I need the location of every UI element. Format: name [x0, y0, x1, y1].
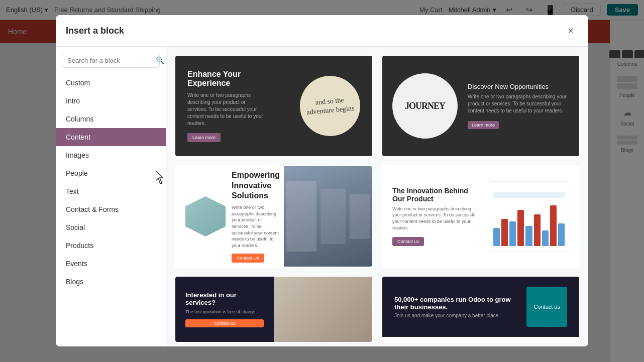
search-input[interactable] — [67, 57, 152, 64]
block-text-empowering: Empowering Innovative Solutions Write on… — [232, 170, 280, 263]
blocks-grid: Enhance Your Experience Write one or two… — [174, 55, 580, 346]
odoo-contact-btn[interactable]: Contact us — [526, 287, 567, 327]
sidebar-item-columns[interactable]: Columns — [56, 110, 166, 128]
services-cta-container: Interested in our services? The first qu… — [175, 277, 372, 342]
block-circle-journey: Journey — [392, 73, 458, 139]
block-btn-journey: Learn more — [468, 121, 499, 129]
block-headline-journey: Discover New Opportunities — [468, 83, 569, 90]
block-card-odoo[interactable]: 50,000+ companies run Odoo to grow their… — [381, 276, 580, 343]
block-left-empowering: Empowering Innovative Solutions Write on… — [175, 166, 284, 267]
modal-close-button[interactable]: × — [563, 23, 578, 38]
services-cta-btn: Contact us — [185, 319, 264, 327]
block-text-journey: Discover New Opportunities Write one or … — [468, 83, 569, 129]
insert-block-modal: Insert a block × 🔍 Custom Intro Columns … — [56, 15, 588, 346]
block-desc-innovation: Write one or two paragraphs describing y… — [392, 206, 479, 231]
sidebar-item-custom[interactable]: Custom — [56, 74, 166, 92]
odoo-subtext: Join us and make your company a better p… — [394, 313, 518, 318]
block-headline-innovation: The Innovation Behind Our Product — [392, 187, 479, 203]
sidebar-item-content[interactable]: Content — [56, 128, 166, 146]
modal-overlay[interactable]: Insert a block × 🔍 Custom Intro Columns … — [0, 0, 644, 362]
block-text-innovation: The Innovation Behind Our Product Write … — [392, 187, 479, 246]
block-circle-enhance: and so the adventure begins — [297, 73, 363, 139]
block-btn-innovation: Contact us — [392, 237, 424, 246]
blocks-content-area: Enhance Your Experience Write one or two… — [166, 47, 588, 346]
block-btn-enhance: Learn more — [187, 133, 221, 142]
block-desc-enhance: Write one or two paragraphs describing y… — [187, 92, 265, 127]
block-cube-empowering — [185, 196, 226, 236]
block-btn-empowering: Contact Us — [232, 254, 264, 263]
search-wrap: 🔍 — [56, 53, 166, 74]
block-preview-enhance: Enhance Your Experience Write one or two… — [175, 56, 372, 156]
block-preview-journey: Journey Discover New Opportunities Write… — [382, 56, 579, 156]
sidebar-item-products[interactable]: Products — [56, 236, 166, 255]
search-icon: 🔍 — [156, 56, 164, 64]
block-category-sidebar: 🔍 Custom Intro Columns Content Images Pe… — [56, 47, 166, 346]
services-cta-left: Interested in our services? The first qu… — [175, 277, 274, 342]
sidebar-item-text[interactable]: Text — [56, 182, 166, 200]
services-cta-right — [274, 277, 372, 342]
sidebar-item-events[interactable]: Events — [56, 255, 166, 273]
block-text-enhance: Enhance Your Experience Write one or two… — [187, 70, 265, 142]
block-preview-empowering: Empowering Innovative Solutions Write on… — [175, 166, 372, 267]
block-desc-journey: Write one or two paragraphs describing y… — [468, 93, 569, 114]
sidebar-item-people[interactable]: People — [56, 164, 166, 182]
block-preview-odoo: 50,000+ companies run Odoo to grow their… — [382, 277, 579, 337]
search-container[interactable]: 🔍 — [62, 53, 160, 68]
block-headline-enhance: Enhance Your Experience — [187, 70, 265, 88]
modal-title: Insert a block — [66, 26, 124, 36]
block-card-journey[interactable]: Journey Discover New Opportunities Write… — [381, 55, 580, 157]
sidebar-item-intro[interactable]: Intro — [56, 92, 166, 110]
block-preview-services-cta: Interested in our services? The first qu… — [175, 277, 372, 342]
sidebar-item-social[interactable]: Social — [56, 218, 166, 236]
services-cta-desc: The first quotation is free of charge — [185, 309, 264, 314]
block-headline-empowering: Empowering Innovative Solutions — [232, 170, 280, 201]
services-cta-headline: Interested in our services? — [185, 291, 264, 306]
block-desc-empowering: Write one or two paragraphs describing y… — [232, 204, 280, 249]
block-card-innovation[interactable]: The Innovation Behind Our Product Write … — [381, 165, 580, 268]
modal-header: Insert a block × — [56, 15, 588, 47]
sidebar-item-blogs[interactable]: Blogs — [56, 273, 166, 291]
odoo-text-container: 50,000+ companies run Odoo to grow their… — [394, 296, 518, 318]
block-card-empowering[interactable]: Empowering Innovative Solutions Write on… — [174, 165, 373, 268]
block-card-enhance[interactable]: Enhance Your Experience Write one or two… — [174, 55, 373, 157]
odoo-headline: 50,000+ companies run Odoo to grow their… — [394, 296, 518, 311]
block-right-empowering — [284, 166, 372, 267]
sidebar-item-images[interactable]: Images — [56, 146, 166, 164]
modal-body: 🔍 Custom Intro Columns Content Images Pe… — [56, 47, 588, 346]
block-card-services-cta[interactable]: Interested in our services? The first qu… — [174, 276, 373, 343]
sidebar-item-contact-forms[interactable]: Contact & Forms — [56, 200, 166, 218]
block-chart-innovation — [489, 181, 569, 252]
block-preview-innovation: The Innovation Behind Our Product Write … — [382, 166, 579, 267]
